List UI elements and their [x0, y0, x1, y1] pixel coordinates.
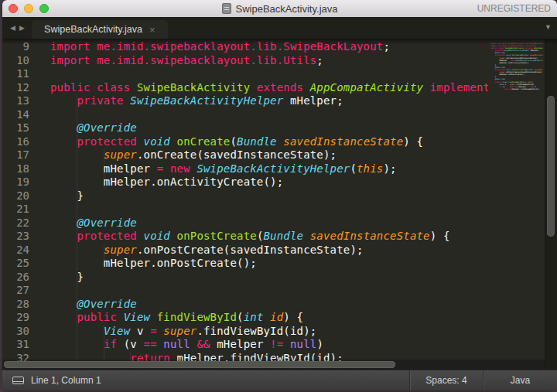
code-token: if	[104, 338, 117, 350]
code-token: mHelper;	[283, 94, 343, 107]
code-token	[490, 88, 504, 90]
code-token: null	[163, 338, 190, 350]
code-line: }	[39, 189, 488, 203]
zoom-window-button[interactable]	[39, 4, 49, 13]
code-line: protected void onCreate(Bundle savedInst…	[39, 135, 488, 149]
indent-guide-icon	[104, 325, 104, 339]
code-line: @Override	[39, 216, 488, 230]
code-token: &&	[196, 338, 210, 350]
code-token: @Override	[77, 216, 136, 229]
indent-guide-icon	[77, 284, 77, 298]
code-token: !=	[270, 338, 283, 350]
horizontal-scrollbar-track[interactable]	[2, 360, 545, 370]
line-number: 15	[2, 121, 29, 135]
indent-guide-icon	[77, 338, 77, 352]
tab-bar: ◀ ▶ SwipeBackActivity.java × ▼	[2, 17, 557, 39]
indent-guide-icon	[77, 94, 77, 108]
code-token: }	[50, 189, 84, 202]
code-token: }	[50, 271, 84, 283]
code-token: v	[130, 325, 150, 337]
indent-guide-icon	[77, 216, 77, 230]
indent-setting-button[interactable]: Spaces: 4	[409, 370, 483, 390]
line-number: 16	[2, 135, 29, 149]
code-token	[50, 230, 77, 242]
titlebar[interactable]: SwipeBackActivity.java UNREGISTERED	[2, 0, 557, 17]
code-line: if (v == null && mHelper != null)	[39, 338, 488, 352]
line-number: 12	[2, 81, 29, 95]
code-token	[50, 135, 77, 148]
line-number: 29	[2, 311, 29, 325]
code-token	[283, 338, 290, 350]
code-token: mHelper	[210, 338, 270, 350]
indent-guide-icon	[77, 325, 77, 339]
code-token: .onPostCreate(savedInstanceState);	[137, 244, 364, 256]
history-forward-icon[interactable]: ▶	[19, 25, 25, 32]
code-token: savedInstanceState	[303, 230, 430, 242]
code-area[interactable]: import me.imid.swipebacklayout.lib.Swipe…	[39, 39, 488, 370]
line-number: 27	[2, 284, 29, 298]
indent-guide-icon	[104, 176, 104, 189]
line-number: 30	[2, 325, 29, 339]
code-line: mHelper = new SwipeBackActivityHelper(th…	[39, 162, 488, 176]
line-number: 25	[2, 257, 29, 271]
line-number: 18	[2, 162, 29, 176]
indent-guide-icon	[104, 257, 104, 271]
minimap[interactable]: import me.imid.swipebacklayout.lib.Swipe…	[488, 39, 545, 370]
code-token: @Override	[77, 121, 136, 134]
code-token	[50, 94, 77, 107]
code-token: SwipeBackActivity	[130, 81, 257, 94]
tab-close-icon[interactable]: ×	[149, 25, 155, 35]
code-token: .findViewById(id);	[196, 325, 316, 337]
minimize-window-button[interactable]	[24, 4, 33, 13]
code-token	[50, 121, 77, 134]
window-title: SwipeBackActivity.java	[236, 3, 338, 15]
code-token: (	[350, 162, 357, 175]
code-token: View	[104, 325, 130, 337]
registration-status: UNREGISTERED	[477, 3, 551, 14]
code-token	[163, 162, 170, 175]
code-lines: import me.imid.swipebacklayout.lib.Swipe…	[39, 40, 488, 365]
vertical-scrollbar-track[interactable]	[545, 39, 557, 370]
code-token: mHelper.onActivityCreate();	[50, 176, 283, 188]
line-number: 11	[2, 67, 29, 81]
code-token: null	[290, 338, 316, 350]
code-token: );	[383, 162, 396, 175]
code-token: import me.imid.swipebacklayout.lib.Utils	[50, 54, 316, 66]
code-token: implements	[430, 81, 488, 94]
code-token: (v	[117, 338, 143, 350]
code-token	[50, 216, 77, 229]
code-token: id	[264, 311, 284, 323]
tab-swipebackactivity[interactable]: SwipeBackActivity.java ×	[32, 20, 168, 39]
cursor-position-label: Line 1, Column 1	[31, 375, 101, 386]
code-token: AppCompatActivity	[303, 81, 430, 94]
code-token	[50, 311, 77, 323]
indent-guide-icon	[77, 121, 77, 135]
code-line: @Override	[39, 298, 488, 312]
code-token: ;	[316, 54, 323, 66]
indent-guide-icon	[77, 148, 77, 162]
code-token: this	[357, 162, 383, 175]
line-number: 19	[2, 176, 29, 189]
vertical-scrollbar-thumb[interactable]	[547, 96, 555, 237]
tab-overflow-icon[interactable]: ▼	[545, 24, 552, 31]
panel-toggle-icon[interactable]	[12, 377, 24, 384]
code-line: import me.imid.swipebacklayout.lib.Swipe…	[39, 40, 488, 54]
code-line: @Override	[39, 121, 488, 135]
code-token: public class	[50, 81, 130, 94]
code-token: extends	[257, 81, 303, 94]
indent-guide-icon	[77, 176, 77, 189]
horizontal-scrollbar-thumb[interactable]	[4, 361, 395, 368]
code-token: onPostCreate	[170, 230, 257, 242]
indent-guide-icon	[77, 298, 77, 312]
indent-guide-icon	[77, 230, 77, 244]
close-window-button[interactable]	[9, 4, 18, 13]
code-token: ) {	[430, 230, 450, 242]
code-token: SwipeBackActivityHelper	[124, 94, 284, 107]
syntax-setting-button[interactable]: Java	[483, 370, 557, 390]
code-token: savedInstanceState	[277, 135, 404, 148]
history-back-icon[interactable]: ◀	[10, 25, 15, 32]
indent-guide-icon	[104, 338, 104, 352]
code-line: mHelper.onActivityCreate();	[39, 176, 488, 189]
code-token: mHelper.onPostCreate();	[50, 257, 257, 269]
gutter: 9101112131415161718192021222324252627282…	[2, 39, 39, 370]
